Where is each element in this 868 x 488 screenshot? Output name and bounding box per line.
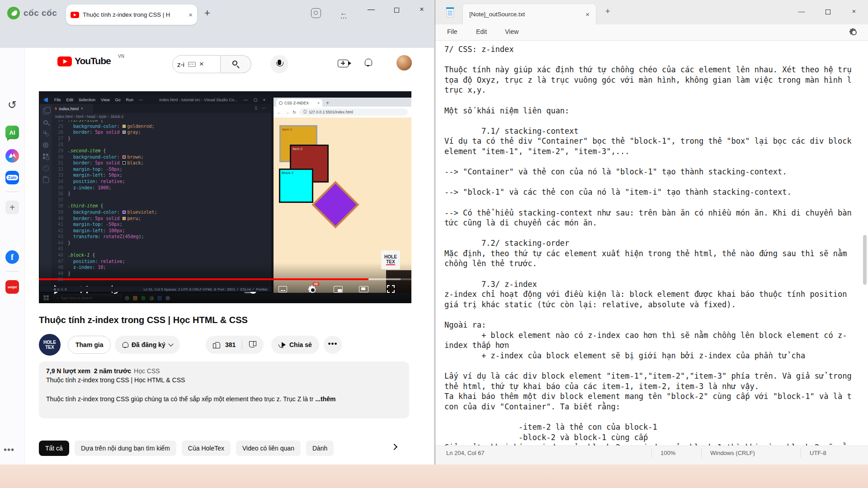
filter-chip[interactable]: Tất cả [39, 441, 69, 456]
notepad-scrollbar[interactable] [863, 44, 867, 444]
zoom-level[interactable]: 100% [660, 450, 675, 456]
vscode-menu-item: Selection [79, 98, 95, 102]
notepad-tab[interactable]: [Note]_outSource.txt × [462, 4, 596, 24]
vscode-logo-icon [43, 98, 48, 102]
youtube-logo-text[interactable]: YouTube [75, 56, 111, 66]
chrome-toolbar: ←→↻ ⓘ127.0.0.1:5501/index.html [274, 107, 411, 117]
like-icon[interactable] [213, 341, 221, 348]
search-button[interactable] [221, 55, 251, 73]
sidebar-more-icon[interactable]: ••• [4, 445, 14, 455]
history-icon[interactable]: ↺ [8, 99, 17, 111]
search-input[interactable]: z-i × [172, 55, 221, 73]
dislike-icon[interactable] [249, 341, 256, 348]
code-line: 44} [52, 240, 270, 246]
video-tag: Học CSS [134, 367, 160, 375]
notifications-bell-icon[interactable] [364, 59, 372, 67]
youtube-favicon [71, 12, 79, 18]
filter-chip[interactable]: Dựa trên nội dung bạn tìm kiếm [75, 441, 176, 456]
chips-next-icon[interactable] [391, 444, 397, 450]
youtube-logo-icon[interactable] [57, 56, 72, 66]
notepad-maximize-button[interactable] [819, 8, 837, 16]
new-tab-button[interactable]: + [204, 7, 210, 19]
hd-badge: HD [313, 282, 319, 286]
recent-tabs-icon[interactable]: ← [340, 9, 347, 17]
fullscreen-icon[interactable] [387, 285, 395, 293]
menu-file[interactable]: File [447, 28, 458, 35]
clear-search-icon[interactable]: × [199, 60, 204, 69]
vscode-tab: 5 index.html × [52, 104, 93, 113]
show-more-link[interactable]: ...thêm [313, 395, 335, 403]
notepad-icon [446, 7, 454, 17]
settings-gear-icon[interactable]: HD [308, 286, 316, 293]
share-button[interactable]: Chia sẻ [271, 336, 319, 354]
line-endings: Windows (CRLF) [710, 450, 755, 456]
code-line: 38.third-item { [52, 203, 270, 209]
code-line: 31 border: 5px solid black; [52, 160, 270, 166]
vscode-menu-item: Go [115, 98, 120, 102]
vscode-window-title: index.html - tutorial-src - Visual Studi… [159, 98, 237, 102]
video-title: Thuộc tính z-index trong CSS | Học HTML … [39, 315, 410, 325]
search-icon [43, 120, 48, 125]
vscode-menus: FileEditSelectionViewGoRun⋯ [54, 98, 143, 102]
coccoc-brand: cốc cốc [24, 8, 57, 18]
messenger-icon[interactable] [5, 149, 19, 163]
vscode-titlebar: FileEditSelectionViewGoRun⋯ index.html -… [40, 96, 271, 104]
notepad-tab-close-icon[interactable]: × [585, 10, 590, 18]
tab-close-icon[interactable]: × [189, 11, 193, 19]
notepad-window: [Note]_outSource.txt × + — × File Edit V… [435, 0, 868, 465]
create-icon[interactable] [338, 60, 349, 67]
vscode-menu-item: Run [126, 98, 133, 102]
share-icon [278, 342, 286, 347]
notepad-settings-icon[interactable] [849, 28, 856, 35]
vscode-code-editor: 24.first-item {25 background-color: gold… [52, 117, 270, 286]
windows-taskbar: Search FXDEVSWAV ENG 11:43 AM 12/15/2023 [0, 465, 868, 488]
browser-minimize-button[interactable]: — [364, 5, 378, 14]
filter-chip[interactable]: Dành [306, 441, 334, 456]
browser-tab[interactable]: Thuộc tính z-index trong CSS | H × [66, 5, 197, 25]
filter-chip[interactable]: Video có liên quan [236, 441, 301, 456]
video-description[interactable]: 7,9 N lượt xem 2 năm trướcHọc CSS Thuộc … [39, 361, 409, 418]
search-icon [232, 61, 237, 66]
filter-chip[interactable]: Của HoleTex [182, 441, 231, 456]
vscode-tabbar: 5 index.html × ▯ ⋯ [52, 104, 271, 113]
menu-edit[interactable]: Edit [476, 28, 487, 35]
subscribed-button[interactable]: Đã đăng ký [115, 336, 180, 354]
sidebar-vietjet-icon[interactable]: vietjet [5, 280, 19, 294]
tab-search-icon[interactable] [311, 8, 321, 18]
code-line: 43 transform: rotateZ(45deg); [52, 234, 270, 240]
notepad-close-button[interactable]: × [845, 7, 863, 15]
code-line: 49} [52, 271, 270, 277]
notepad-text-area[interactable]: 7/ CSS: z-index Thuộc tính này giúp xác … [444, 44, 851, 446]
code-line: 37 [52, 197, 270, 203]
cursor-position: Ln 204, Col 67 [446, 450, 485, 456]
miniplayer-icon[interactable] [334, 286, 343, 293]
more-actions-button[interactable]: ••• [324, 336, 342, 354]
sidebar-add-icon[interactable]: + [5, 201, 19, 214]
menu-view[interactable]: View [505, 28, 519, 35]
vscode-window-controls: — ▢ × [244, 98, 268, 102]
theater-icon[interactable] [359, 286, 368, 292]
browser-maximize-button[interactable] [390, 6, 403, 14]
channel-watermark[interactable]: HOLETEX [381, 250, 400, 269]
code-line: 45 [52, 246, 270, 252]
voice-search-button[interactable] [270, 55, 288, 73]
notepad-minimize-button[interactable]: — [793, 7, 811, 15]
browser-close-button[interactable]: × [415, 5, 429, 14]
vscode-breadcrumb: index.html › html › head › style › .bloc… [52, 113, 271, 120]
join-button[interactable]: Tham gia [68, 336, 111, 354]
vscode-menu-item: View [101, 98, 109, 102]
video-player[interactable]: FileEditSelectionViewGoRun⋯ index.html -… [39, 91, 411, 303]
zalo-icon[interactable]: Zalo [5, 171, 19, 184]
ai-chat-icon[interactable]: AI [5, 126, 19, 139]
sidebar-facebook-icon[interactable]: f [5, 250, 19, 264]
channel-avatar[interactable]: HOLETEX [39, 334, 61, 356]
chrome-tab: CSS Z-INDEX × [276, 99, 322, 107]
search-value: z-i [177, 61, 184, 68]
filter-chips: Tất cảDựa trên nội dung bạn tìm kiếmCủa … [39, 441, 387, 456]
notepad-new-tab-button[interactable]: + [605, 7, 610, 16]
keyboard-icon[interactable] [188, 62, 196, 67]
subtitles-icon[interactable] [278, 286, 287, 292]
scrollbar-thumb[interactable] [863, 235, 867, 285]
account-avatar[interactable] [396, 55, 412, 70]
notepad-menubar: File Edit View [435, 24, 868, 41]
